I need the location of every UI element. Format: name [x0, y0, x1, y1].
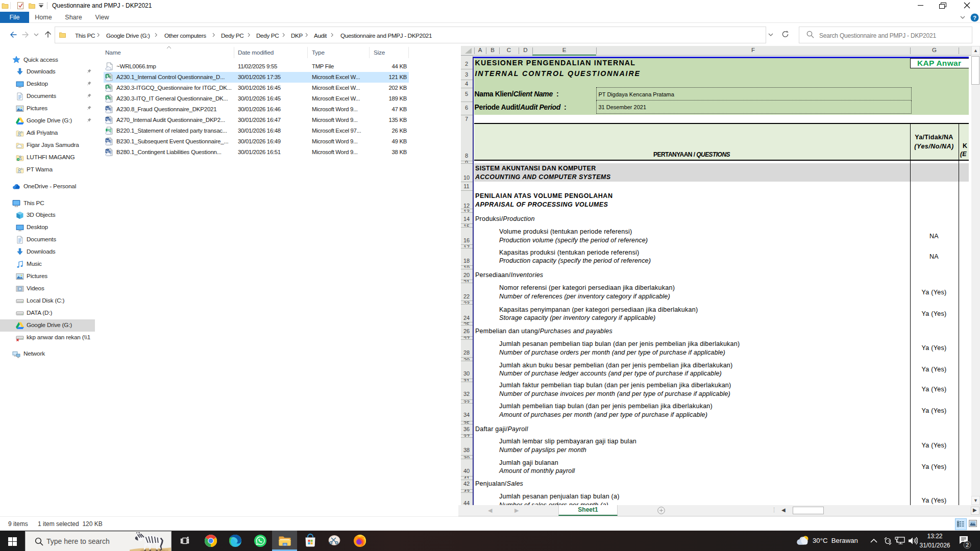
svg-text:?: ?: [973, 15, 976, 21]
svg-text:2: 2: [965, 542, 968, 548]
